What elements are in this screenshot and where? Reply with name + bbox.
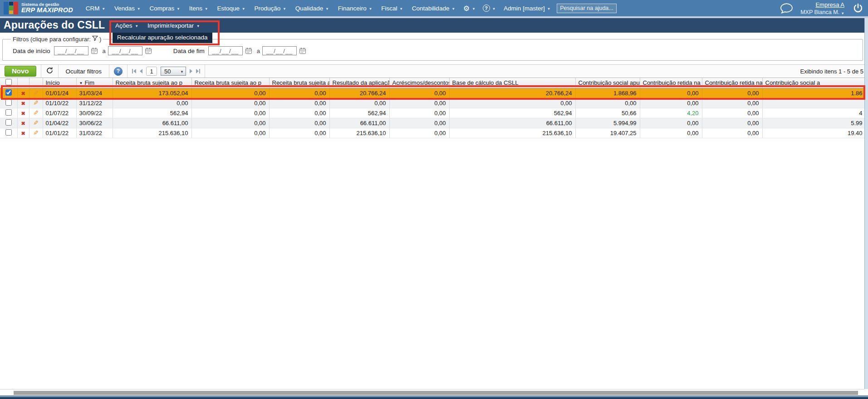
menu-compras[interactable]: Compras▼: [145, 5, 185, 12]
help-menu[interactable]: ? ▼: [479, 5, 499, 12]
help-button[interactable]: ?: [114, 67, 123, 76]
company-link[interactable]: Empresa A: [815, 1, 844, 8]
column-header-6[interactable]: Resultado da aplicação do: [329, 78, 389, 88]
cell-value: 19.407,25: [575, 128, 640, 138]
menu-itens[interactable]: Itens▼: [185, 5, 213, 12]
delete-icon[interactable]: ✖: [17, 118, 29, 128]
menu-producao[interactable]: Produção▼: [250, 5, 290, 12]
chevron-down-icon: ▼: [547, 7, 550, 11]
user-company-menu[interactable]: Empresa A MXP Bianca M. ▼: [800, 0, 844, 16]
data-inicio-de-input[interactable]: __/__/__: [54, 46, 88, 55]
cell-value: 0,00: [191, 88, 269, 98]
cell-value: 0,00: [389, 88, 449, 98]
logout-power-icon[interactable]: [853, 3, 863, 14]
cell-value: 0,00: [449, 98, 575, 108]
menu-vendas[interactable]: Vendas▼: [110, 5, 145, 12]
chevron-down-icon: ▼: [492, 7, 495, 11]
grid-toolbar: Novo Ocultar filtros ? 1 50: [0, 64, 868, 78]
novo-button[interactable]: Novo: [5, 66, 36, 77]
chat-icon[interactable]: [780, 3, 793, 14]
data-fim-de-input[interactable]: __/__/__: [208, 46, 243, 55]
data-fim-ate-input[interactable]: __/__/__: [262, 46, 297, 55]
table-row[interactable]: ✖✎01/04/2230/06/2266.611,000,000,0066.61…: [0, 118, 864, 128]
column-header-9[interactable]: Contribuição social apura: [575, 78, 640, 88]
last-page-button[interactable]: [196, 69, 200, 73]
first-page-button[interactable]: [132, 69, 136, 73]
delete-icon[interactable]: ✖: [17, 88, 29, 98]
table-row[interactable]: ✖✎01/07/2230/09/22562,940,000,00562,940,…: [0, 108, 864, 118]
cell-value: 66.611,00: [449, 118, 575, 128]
menu-imprimir-exportar[interactable]: Imprimir/exportar ▼: [147, 22, 200, 29]
column-header-3[interactable]: Receita bruta sujeita ao p: [113, 78, 191, 88]
ocultar-filtros-button[interactable]: Ocultar filtros: [63, 68, 105, 75]
row-checkbox[interactable]: [5, 129, 12, 136]
admin-label: Admin [master]: [504, 5, 545, 12]
menu-financeiro[interactable]: Financeiro▼: [333, 5, 377, 12]
chevron-down-icon: ▼: [369, 7, 372, 11]
column-header-8[interactable]: Base de cálculo da CSLL: [449, 78, 575, 88]
menu-fiscal[interactable]: Fiscal▼: [377, 5, 407, 12]
menu-crm[interactable]: CRM▼: [81, 5, 110, 12]
horizontal-scrollbar-thumb[interactable]: [14, 391, 858, 395]
menu-acoes[interactable]: Ações ▼: [115, 22, 138, 29]
cell-value: 562,94: [449, 108, 575, 118]
column-header-7[interactable]: Acréscimos/descontos inte: [389, 78, 449, 88]
horizontal-scrollbar[interactable]: [0, 389, 864, 395]
app-window: Sistema de gestão ERP MAXIPROD CRM▼Venda…: [0, 0, 868, 399]
column-header-12[interactable]: Contribuição social a: [762, 78, 864, 88]
cell-value: 0,00: [113, 98, 191, 108]
chevron-down-icon: ▼: [196, 24, 200, 28]
maxiprod-logo[interactable]: Sistema de gestão ERP MAXIPROD: [4, 2, 73, 15]
row-checkbox[interactable]: [5, 119, 12, 126]
edit-icon[interactable]: ✎: [29, 128, 43, 138]
page-size-select[interactable]: 50 ▼: [161, 67, 186, 76]
cell-value: 0,00: [640, 88, 702, 98]
cell-value: 0,00: [269, 98, 329, 108]
edit-icon[interactable]: ✎: [29, 98, 43, 108]
settings-menu[interactable]: ⚙ ▼: [460, 4, 479, 13]
filters-legend[interactable]: Filtros (clique para configurar: ): [11, 35, 103, 43]
cell-value: 19.40: [762, 128, 864, 138]
edit-icon[interactable]: ✎: [29, 118, 43, 128]
edit-icon[interactable]: ✎: [29, 88, 43, 98]
column-header-11[interactable]: Contribuição retida na for: [702, 78, 762, 88]
menu-contabilidade[interactable]: Contabilidade▼: [407, 5, 460, 12]
delete-icon[interactable]: ✖: [17, 108, 29, 118]
column-header-4[interactable]: Receita bruta sujeita ao p: [191, 78, 269, 88]
vertical-scrollbar[interactable]: [864, 18, 868, 389]
help-search-input[interactable]: [557, 4, 617, 13]
calendar-icon[interactable]: [91, 47, 98, 54]
delete-icon[interactable]: ✖: [17, 128, 29, 138]
calendar-icon[interactable]: [245, 47, 252, 54]
cell-value: 0,00: [269, 128, 329, 138]
table-row[interactable]: ✖✎01/10/2231/12/220,000,000,000,000,000,…: [0, 98, 864, 108]
column-header-1[interactable]: Início: [43, 78, 76, 88]
prev-page-button[interactable]: [140, 69, 142, 73]
table-row[interactable]: ✖✎01/01/2431/03/24173.052,040,000,0020.7…: [0, 88, 864, 98]
refresh-button[interactable]: [46, 67, 54, 76]
menu-item-recalcular-apuracao[interactable]: Recalcular apuração selecionada: [113, 33, 212, 43]
row-checkbox[interactable]: [5, 99, 12, 106]
cell-value: 0,00: [269, 88, 329, 98]
row-checkbox[interactable]: [5, 89, 12, 96]
table-row[interactable]: ✖✎01/01/2231/03/22215.636,100,000,00215.…: [0, 128, 864, 138]
select-all-checkbox[interactable]: [5, 79, 12, 85]
column-header-5[interactable]: Receita bruta sujeita ao p: [269, 78, 329, 88]
column-header-10[interactable]: Contribuição retida na for: [640, 78, 702, 88]
calendar-icon[interactable]: [299, 47, 306, 54]
delete-icon[interactable]: ✖: [17, 98, 29, 108]
column-header-2[interactable]: ▼Fim: [76, 78, 113, 88]
menu-admin[interactable]: Admin [master] ▼: [499, 5, 555, 12]
row-checkbox[interactable]: [5, 109, 12, 116]
menu-qualidade[interactable]: Qualidade▼: [291, 5, 333, 12]
data-inicio-ate-input[interactable]: __/__/__: [108, 46, 142, 55]
cell-value: 20.766,24: [329, 88, 389, 98]
refresh-icon: [46, 67, 54, 76]
cell-value: 0,00: [191, 98, 269, 108]
calendar-icon[interactable]: [145, 47, 152, 54]
next-page-button[interactable]: [190, 69, 192, 73]
menu-estoque[interactable]: Estoque▼: [212, 5, 250, 12]
select-all-checkbox-cell[interactable]: [0, 78, 17, 88]
page-number-input[interactable]: 1: [146, 67, 157, 76]
edit-icon[interactable]: ✎: [29, 108, 43, 118]
